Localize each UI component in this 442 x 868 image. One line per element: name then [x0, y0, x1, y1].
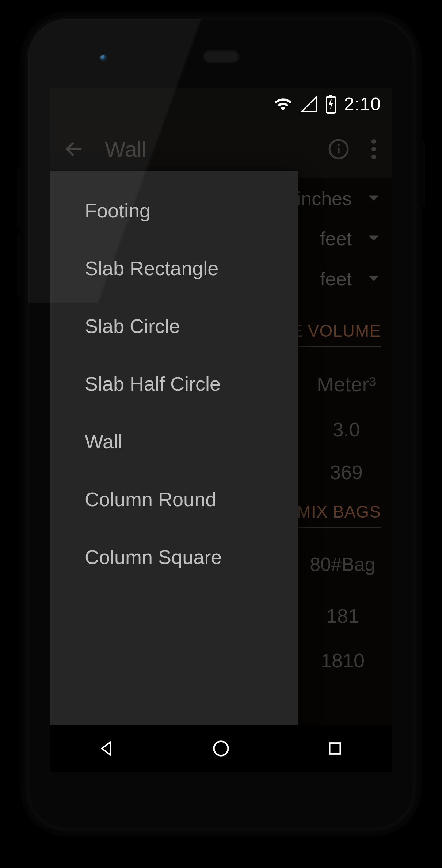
- menu-item-footing[interactable]: Footing: [50, 182, 298, 239]
- svg-point-9: [214, 742, 228, 756]
- svg-rect-10: [329, 743, 340, 754]
- power-button-stub: [422, 141, 425, 206]
- device-screen: 2:10 Wall: [50, 88, 392, 732]
- phone-frame: 2:10 Wall: [20, 11, 422, 837]
- menu-item-wall[interactable]: Wall: [50, 413, 298, 470]
- volume-rocker-up-stub: [17, 166, 20, 228]
- front-camera: [99, 54, 107, 62]
- menu-item-slab-rectangle[interactable]: Slab Rectangle: [50, 239, 298, 297]
- earpiece: [203, 50, 239, 63]
- menu-item-column-square[interactable]: Column Square: [50, 528, 298, 586]
- volume-rocker-down-stub: [17, 234, 20, 296]
- nav-recent-button[interactable]: [324, 737, 346, 760]
- shape-type-menu: Footing Slab Rectangle Slab Circle Slab …: [50, 171, 298, 732]
- menu-item-slab-circle[interactable]: Slab Circle: [50, 297, 298, 355]
- android-nav-bar: [50, 725, 392, 772]
- nav-home-button[interactable]: [210, 737, 232, 760]
- menu-item-column-round[interactable]: Column Round: [50, 470, 298, 528]
- nav-back-button[interactable]: [96, 737, 118, 760]
- menu-item-slab-half-circle[interactable]: Slab Half Circle: [50, 355, 298, 413]
